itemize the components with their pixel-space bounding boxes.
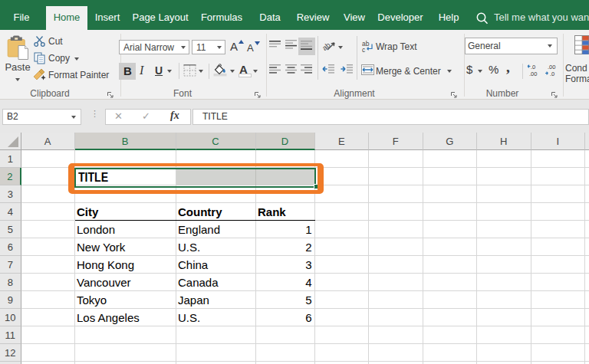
svg-text:.0: .0 [550, 71, 554, 77]
svg-text:.00: .00 [548, 64, 555, 71]
svg-text:.0: .0 [531, 64, 535, 71]
svg-text:.00: .00 [529, 71, 537, 77]
